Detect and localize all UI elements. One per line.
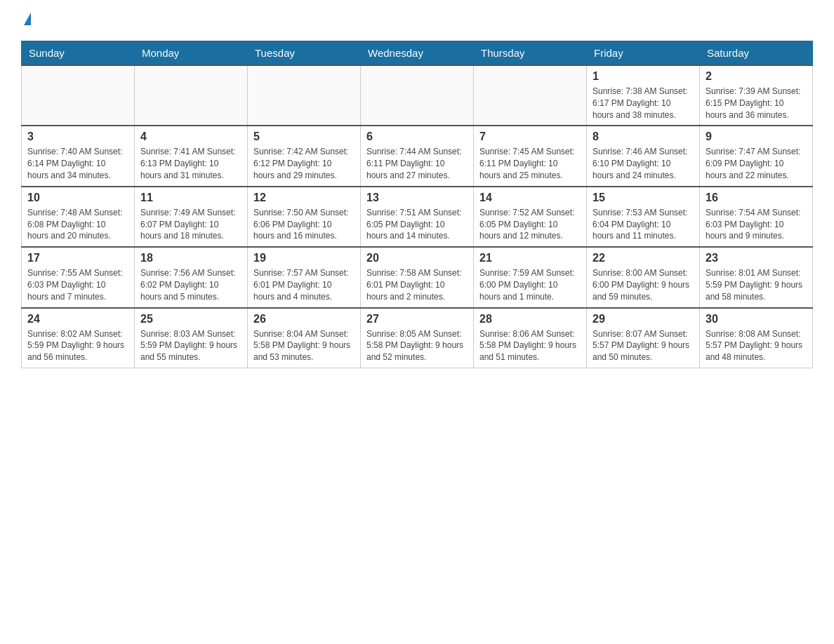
header-tuesday: Tuesday [248, 41, 361, 66]
calendar-cell: 2Sunrise: 7:39 AM Sunset: 6:15 PM Daylig… [700, 65, 813, 126]
day-info: Sunrise: 7:51 AM Sunset: 6:05 PM Dayligh… [366, 207, 468, 242]
calendar-header-row: SundayMondayTuesdayWednesdayThursdayFrid… [22, 41, 813, 66]
calendar-cell: 9Sunrise: 7:47 AM Sunset: 6:09 PM Daylig… [700, 126, 813, 186]
day-number: 21 [479, 252, 581, 264]
day-number: 30 [706, 313, 807, 326]
week-row-3: 10Sunrise: 7:48 AM Sunset: 6:08 PM Dayli… [22, 187, 813, 247]
day-info: Sunrise: 7:55 AM Sunset: 6:03 PM Dayligh… [27, 267, 128, 302]
calendar-cell: 1Sunrise: 7:38 AM Sunset: 6:17 PM Daylig… [587, 65, 700, 126]
day-info: Sunrise: 7:53 AM Sunset: 6:04 PM Dayligh… [593, 207, 694, 242]
day-info: Sunrise: 8:04 AM Sunset: 5:58 PM Dayligh… [253, 328, 355, 363]
day-info: Sunrise: 7:41 AM Sunset: 6:13 PM Dayligh… [140, 146, 241, 181]
day-number: 6 [366, 130, 468, 143]
day-number: 5 [253, 130, 355, 143]
day-number: 10 [27, 192, 128, 204]
day-number: 8 [593, 130, 694, 143]
calendar-cell: 23Sunrise: 8:01 AM Sunset: 5:59 PM Dayli… [700, 247, 813, 307]
day-number: 15 [593, 192, 694, 204]
day-number: 12 [253, 192, 355, 204]
calendar-cell [22, 65, 135, 126]
calendar-cell: 22Sunrise: 8:00 AM Sunset: 6:00 PM Dayli… [587, 247, 700, 307]
calendar-cell: 13Sunrise: 7:51 AM Sunset: 6:05 PM Dayli… [361, 187, 474, 247]
header-sunday: Sunday [22, 41, 135, 66]
calendar-cell [474, 65, 587, 126]
day-number: 28 [479, 313, 581, 326]
day-number: 9 [706, 130, 807, 143]
day-number: 7 [479, 130, 581, 143]
calendar-cell: 5Sunrise: 7:42 AM Sunset: 6:12 PM Daylig… [248, 126, 361, 186]
day-info: Sunrise: 7:46 AM Sunset: 6:10 PM Dayligh… [593, 146, 694, 181]
day-info: Sunrise: 7:42 AM Sunset: 6:12 PM Dayligh… [253, 146, 355, 181]
calendar-cell: 21Sunrise: 7:59 AM Sunset: 6:00 PM Dayli… [474, 247, 587, 307]
day-info: Sunrise: 7:44 AM Sunset: 6:11 PM Dayligh… [366, 146, 468, 181]
calendar-cell: 4Sunrise: 7:41 AM Sunset: 6:13 PM Daylig… [135, 126, 248, 186]
day-info: Sunrise: 7:59 AM Sunset: 6:00 PM Dayligh… [479, 267, 581, 302]
header-wednesday: Wednesday [361, 41, 474, 66]
calendar-cell: 24Sunrise: 8:02 AM Sunset: 5:59 PM Dayli… [22, 308, 135, 368]
day-info: Sunrise: 7:52 AM Sunset: 6:05 PM Dayligh… [479, 207, 581, 242]
calendar-cell: 25Sunrise: 8:03 AM Sunset: 5:59 PM Dayli… [135, 308, 248, 368]
calendar-cell [248, 65, 361, 126]
day-number: 17 [27, 252, 128, 264]
calendar: SundayMondayTuesdayWednesdayThursdayFrid… [21, 41, 813, 368]
header-saturday: Saturday [700, 41, 813, 66]
week-row-1: 1Sunrise: 7:38 AM Sunset: 6:17 PM Daylig… [22, 65, 813, 126]
calendar-cell: 11Sunrise: 7:49 AM Sunset: 6:07 PM Dayli… [135, 187, 248, 247]
day-number: 27 [366, 313, 468, 326]
day-number: 19 [253, 252, 355, 264]
day-number: 13 [366, 192, 468, 204]
day-info: Sunrise: 8:05 AM Sunset: 5:58 PM Dayligh… [366, 328, 468, 363]
calendar-cell: 6Sunrise: 7:44 AM Sunset: 6:11 PM Daylig… [361, 126, 474, 186]
day-number: 24 [27, 313, 128, 326]
calendar-cell: 16Sunrise: 7:54 AM Sunset: 6:03 PM Dayli… [700, 187, 813, 247]
calendar-cell: 26Sunrise: 8:04 AM Sunset: 5:58 PM Dayli… [248, 308, 361, 368]
day-number: 4 [140, 130, 241, 143]
day-info: Sunrise: 7:39 AM Sunset: 6:15 PM Dayligh… [706, 86, 807, 121]
day-info: Sunrise: 8:07 AM Sunset: 5:57 PM Dayligh… [593, 328, 694, 363]
day-number: 11 [140, 192, 241, 204]
calendar-cell: 15Sunrise: 7:53 AM Sunset: 6:04 PM Dayli… [587, 187, 700, 247]
header-friday: Friday [587, 41, 700, 66]
calendar-cell: 29Sunrise: 8:07 AM Sunset: 5:57 PM Dayli… [587, 308, 700, 368]
calendar-cell: 18Sunrise: 7:56 AM Sunset: 6:02 PM Dayli… [135, 247, 248, 307]
day-info: Sunrise: 8:08 AM Sunset: 5:57 PM Dayligh… [706, 328, 807, 363]
day-info: Sunrise: 7:47 AM Sunset: 6:09 PM Dayligh… [706, 146, 807, 181]
week-row-4: 17Sunrise: 7:55 AM Sunset: 6:03 PM Dayli… [22, 247, 813, 307]
page-header [21, 14, 813, 27]
day-info: Sunrise: 7:57 AM Sunset: 6:01 PM Dayligh… [253, 267, 355, 302]
day-number: 23 [706, 252, 807, 264]
week-row-2: 3Sunrise: 7:40 AM Sunset: 6:14 PM Daylig… [22, 126, 813, 186]
day-number: 29 [593, 313, 694, 326]
day-info: Sunrise: 7:45 AM Sunset: 6:11 PM Dayligh… [479, 146, 581, 181]
calendar-cell: 20Sunrise: 7:58 AM Sunset: 6:01 PM Dayli… [361, 247, 474, 307]
calendar-cell: 28Sunrise: 8:06 AM Sunset: 5:58 PM Dayli… [474, 308, 587, 368]
day-number: 2 [706, 70, 807, 83]
calendar-cell: 12Sunrise: 7:50 AM Sunset: 6:06 PM Dayli… [248, 187, 361, 247]
day-number: 20 [366, 252, 468, 264]
header-thursday: Thursday [474, 41, 587, 66]
calendar-cell: 10Sunrise: 7:48 AM Sunset: 6:08 PM Dayli… [22, 187, 135, 247]
day-info: Sunrise: 7:38 AM Sunset: 6:17 PM Dayligh… [593, 86, 694, 121]
day-number: 22 [593, 252, 694, 264]
calendar-cell [135, 65, 248, 126]
day-info: Sunrise: 8:02 AM Sunset: 5:59 PM Dayligh… [27, 328, 128, 363]
day-info: Sunrise: 8:01 AM Sunset: 5:59 PM Dayligh… [706, 267, 807, 302]
calendar-cell: 17Sunrise: 7:55 AM Sunset: 6:03 PM Dayli… [22, 247, 135, 307]
day-number: 14 [479, 192, 581, 204]
day-info: Sunrise: 7:56 AM Sunset: 6:02 PM Dayligh… [140, 267, 241, 302]
day-number: 3 [27, 130, 128, 143]
calendar-cell: 3Sunrise: 7:40 AM Sunset: 6:14 PM Daylig… [22, 126, 135, 186]
calendar-cell: 30Sunrise: 8:08 AM Sunset: 5:57 PM Dayli… [700, 308, 813, 368]
day-info: Sunrise: 7:50 AM Sunset: 6:06 PM Dayligh… [253, 207, 355, 242]
calendar-cell: 7Sunrise: 7:45 AM Sunset: 6:11 PM Daylig… [474, 126, 587, 186]
header-monday: Monday [135, 41, 248, 66]
calendar-cell: 19Sunrise: 7:57 AM Sunset: 6:01 PM Dayli… [248, 247, 361, 307]
day-number: 26 [253, 313, 355, 326]
logo [21, 14, 31, 27]
calendar-cell: 27Sunrise: 8:05 AM Sunset: 5:58 PM Dayli… [361, 308, 474, 368]
calendar-cell [361, 65, 474, 126]
day-info: Sunrise: 7:54 AM Sunset: 6:03 PM Dayligh… [706, 207, 807, 242]
day-info: Sunrise: 7:48 AM Sunset: 6:08 PM Dayligh… [27, 207, 128, 242]
day-info: Sunrise: 8:06 AM Sunset: 5:58 PM Dayligh… [479, 328, 581, 363]
day-info: Sunrise: 7:40 AM Sunset: 6:14 PM Dayligh… [27, 146, 128, 181]
